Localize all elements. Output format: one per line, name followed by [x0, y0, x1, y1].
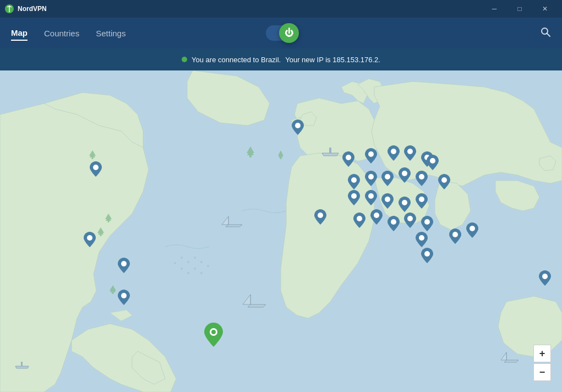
nav-map[interactable]: Map: [11, 26, 28, 41]
minimize-button[interactable]: ─: [482, 0, 507, 18]
titlebar-left: NordVPN: [4, 4, 47, 14]
svg-point-10: [200, 261, 203, 263]
statusbar: You are connected to Brazil. Your new IP…: [0, 48, 562, 70]
svg-point-5: [187, 261, 189, 263]
power-toggle[interactable]: ⏻: [266, 25, 297, 41]
connection-status-dot: [182, 57, 187, 62]
maximize-button[interactable]: □: [507, 0, 532, 18]
world-map: [0, 70, 562, 392]
svg-rect-27: [249, 155, 252, 157]
titlebar-controls: ─ □ ✕: [482, 0, 558, 18]
map-container[interactable]: + −: [0, 70, 562, 392]
titlebar: NordVPN ─ □ ✕: [0, 0, 562, 18]
svg-point-6: [194, 257, 196, 259]
power-icon: ⏻: [285, 28, 293, 38]
svg-rect-24: [100, 235, 102, 236]
svg-rect-30: [280, 157, 282, 159]
svg-point-13: [207, 265, 209, 267]
zoom-in-button[interactable]: +: [533, 345, 551, 362]
svg-rect-21: [108, 221, 110, 222]
connection-message: You are connected to Brazil.: [192, 56, 281, 64]
svg-rect-17: [329, 148, 331, 153]
app-title: NordVPN: [18, 5, 47, 13]
svg-rect-33: [92, 157, 94, 159]
nav-countries[interactable]: Countries: [44, 26, 79, 40]
close-button[interactable]: ✕: [532, 0, 558, 18]
svg-point-12: [174, 262, 176, 264]
svg-line-2: [547, 33, 550, 36]
toggle-track[interactable]: ⏻: [266, 25, 297, 41]
search-icon: [540, 26, 551, 37]
svg-point-7: [181, 268, 183, 270]
power-toggle-area: ⏻: [266, 25, 297, 41]
svg-point-9: [194, 268, 196, 270]
svg-point-11: [200, 272, 203, 274]
svg-point-8: [187, 272, 189, 274]
search-button[interactable]: [540, 26, 551, 40]
app-logo-icon: [4, 4, 14, 14]
navbar: Map Countries Settings ⏻: [0, 18, 562, 48]
zoom-out-button[interactable]: −: [533, 363, 551, 381]
zoom-controls: + −: [533, 345, 551, 381]
ip-message: Your new IP is 185.153.176.2.: [285, 56, 380, 64]
svg-rect-36: [112, 292, 114, 294]
nav-settings[interactable]: Settings: [96, 26, 126, 40]
power-button[interactable]: ⏻: [279, 23, 299, 43]
svg-point-4: [181, 257, 183, 259]
svg-rect-18: [21, 362, 23, 366]
